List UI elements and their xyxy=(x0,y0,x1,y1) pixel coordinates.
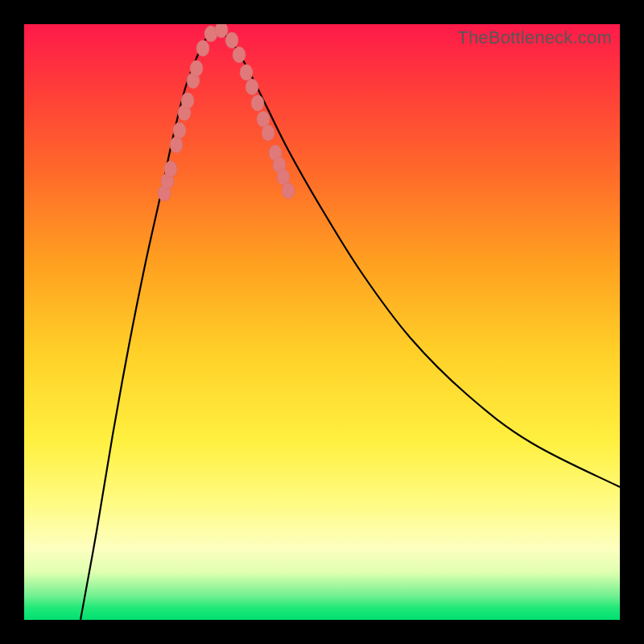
data-marker xyxy=(215,24,228,38)
data-marker xyxy=(251,95,264,111)
chart-frame: TheBottleneck.com xyxy=(0,0,644,644)
data-marker xyxy=(173,122,186,138)
data-marker xyxy=(246,79,258,95)
plot-area: TheBottleneck.com xyxy=(24,24,620,620)
data-marker xyxy=(181,93,194,109)
data-marker xyxy=(262,125,275,141)
data-marker xyxy=(196,40,209,56)
chart-svg xyxy=(24,24,620,620)
data-marker xyxy=(282,183,295,199)
marker-group xyxy=(158,24,295,201)
data-marker xyxy=(233,47,246,63)
data-marker xyxy=(164,161,177,177)
left-branch-curve xyxy=(80,28,217,620)
data-marker xyxy=(170,137,183,153)
right-branch-curve xyxy=(217,28,620,487)
data-marker xyxy=(190,60,203,76)
data-marker xyxy=(225,32,238,48)
data-marker xyxy=(240,64,253,80)
